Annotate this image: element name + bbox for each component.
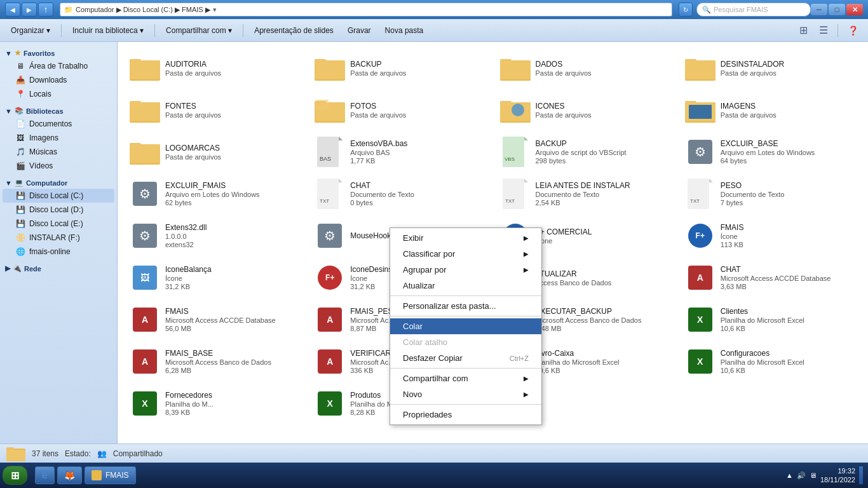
sidebar-item-fmais-online[interactable]: 🌐 fmais-online <box>3 245 114 259</box>
diskd-icon: 💾 <box>15 205 25 215</box>
state-value: Compartilhado <box>113 449 163 458</box>
new-folder-button[interactable]: Nova pasta <box>379 24 430 37</box>
file-item[interactable]: BAS ExtensoVBA.bas Arquivo BAS 1,77 KB <box>309 132 491 172</box>
file-icon <box>685 95 715 125</box>
file-item[interactable]: LOGOMARCAS Pasta de arquivos <box>124 132 306 172</box>
file-icon <box>130 53 160 83</box>
help-button[interactable]: ❓ <box>843 23 863 38</box>
minimize-button[interactable]: ─ <box>811 4 827 15</box>
share-button[interactable]: Compartilhar com ▾ <box>160 24 238 37</box>
refresh-button[interactable]: ↻ <box>679 3 693 17</box>
volume-icon[interactable]: 🔊 <box>797 471 806 480</box>
file-icon: X <box>315 388 345 419</box>
library-button[interactable]: Incluir na biblioteca ▾ <box>67 24 149 37</box>
file-item[interactable]: ⚙ EXCLUIR_BASE Arquivo em Lotes do Windo… <box>679 132 862 172</box>
item-count: 37 itens <box>32 449 58 458</box>
ctx-atualizar[interactable]: Atualizar <box>390 278 541 294</box>
sidebar-item-downloads[interactable]: 📥 Downloads <box>3 73 114 87</box>
svg-rect-9 <box>500 60 531 79</box>
file-item[interactable]: FONTES Pasta de arquivos <box>124 90 306 130</box>
sidebar-item-videos[interactable]: 🎬 Vídeos <box>3 159 114 173</box>
slideshow-button[interactable]: Apresentação de slides <box>248 24 339 37</box>
sidebar-item-diskd[interactable]: 💾 Disco Local (D:) <box>3 203 114 217</box>
file-item[interactable]: 🖼 IconeBalança Ícone 31,2 KB <box>124 258 306 297</box>
file-item[interactable]: X Fornecedores Planilha do M... 8,39 KB <box>124 384 306 423</box>
file-item[interactable]: BACKUP Pasta de arquivos <box>309 48 491 88</box>
file-item[interactable]: TXT PESO Documento de Texto 7 bytes <box>679 174 862 214</box>
up-button[interactable]: ↑ <box>38 3 53 17</box>
file-item[interactable]: A FMAIS_BASE Microsoft Access Banco de D… <box>124 342 306 381</box>
show-desktop-button[interactable] <box>859 466 863 484</box>
svg-marker-36 <box>524 137 528 140</box>
sidebar-item-diske[interactable]: 💾 Disco Local (E:) <box>3 217 114 231</box>
svg-rect-3 <box>130 60 160 79</box>
file-icon: TXT <box>685 179 715 209</box>
chevron-icon-3: ▼ <box>5 179 12 187</box>
file-icon: ⚙ <box>130 220 160 251</box>
forward-button[interactable]: ▶ <box>22 3 37 17</box>
back-button[interactable]: ◀ <box>5 3 20 17</box>
systray-arrow[interactable]: ▲ <box>786 471 793 479</box>
ctx-colar[interactable]: Colar <box>390 318 541 334</box>
sidebar-item-locais[interactable]: 📍 Locais <box>3 87 114 101</box>
title-left: ◀ ▶ ↑ 📁 Computador ▶ Disco Local (C:) ▶ … <box>5 3 811 17</box>
maximize-button[interactable]: □ <box>829 4 845 15</box>
file-item[interactable]: A FMAIS Microsoft Access ACCDE Database … <box>124 300 306 339</box>
file-item[interactable]: F+ FMAIS Ícone 113 KB <box>679 216 862 255</box>
svg-rect-12 <box>685 60 715 79</box>
file-info: Fornecedores Planilha do M... 8,39 KB <box>165 391 214 416</box>
file-item[interactable]: IMAGENS Pasta de arquivos <box>679 90 862 130</box>
taskbar-item-ie[interactable]: e <box>35 466 55 484</box>
network-icon[interactable]: 🖥 <box>810 471 817 479</box>
organize-button[interactable]: Organizar ▾ <box>5 24 56 37</box>
sidebar-item-instalar[interactable]: 📀 INSTALAR (F:) <box>3 231 114 245</box>
ctx-desfazer[interactable]: Desfazer Copiar Ctrl+Z <box>390 350 541 366</box>
ctx-compartilhar[interactable]: Compartilhar com ▶ <box>390 370 541 386</box>
ctx-classificar[interactable]: Classificar por ▶ <box>390 246 541 262</box>
sidebar-item-images[interactable]: 🖼 Imagens <box>3 131 114 145</box>
file-icon <box>500 95 531 125</box>
ctx-colar-atalho[interactable]: Colar atalho <box>390 334 541 350</box>
file-item[interactable]: ⚙ EXCLUIR_FMAIS Arquivo em Lotes do Wind… <box>124 174 306 214</box>
file-item[interactable]: X Configuracoes Planilha do Microsoft Ex… <box>679 342 862 381</box>
chevron-icon: ▼ <box>5 50 12 57</box>
file-item[interactable]: TXT LEIA ANTES DE INSTALAR Documento de … <box>494 174 677 214</box>
search-bar[interactable]: 🔍 Pesquisar FMAIS <box>696 3 811 17</box>
close-button[interactable]: ✕ <box>846 4 863 15</box>
computer-title[interactable]: ▼ 💻 Computador <box>0 177 117 189</box>
burn-button[interactable]: Gravar <box>342 24 377 37</box>
view-toggle-button[interactable]: ⊞ <box>795 22 812 39</box>
ctx-exibir[interactable]: Exibir ▶ <box>390 230 541 246</box>
file-item[interactable]: A CHAT Microsoft Access ACCDE Database 3… <box>679 258 862 297</box>
file-item[interactable]: ⚙ Extens32.dll 1.0.0.0 extens32 <box>124 216 306 255</box>
file-item[interactable]: DADOS Pasta de arquivos <box>494 48 677 88</box>
toolbar-separator-1 <box>61 24 62 37</box>
network-title[interactable]: ▶ 🔌 Rede <box>0 262 117 274</box>
ctx-agrupar[interactable]: Agrupar por ▶ <box>390 262 541 278</box>
file-item[interactable]: TXT CHAT Documento de Texto 0 bytes <box>309 174 491 214</box>
libraries-title[interactable]: ▼ 📚 Bibliotecas <box>0 105 117 117</box>
file-item[interactable]: ICONES Pasta de arquivos <box>494 90 677 130</box>
details-toggle-button[interactable]: ☰ <box>815 22 832 39</box>
file-item[interactable]: FOTOS Pasta de arquivos <box>309 90 491 130</box>
file-item[interactable]: VBS BACKUP Arquivo de script do VBScript… <box>494 132 677 172</box>
file-icon: TXT <box>500 179 531 209</box>
file-item[interactable]: DESINSTALADOR Pasta de arquivos <box>679 48 862 88</box>
file-info: PESO Documento de Texto 7 bytes <box>721 181 785 207</box>
favorites-title[interactable]: ▼ ★ Favoritos <box>0 47 117 59</box>
ctx-propriedades[interactable]: Propriedades <box>390 407 541 423</box>
file-item[interactable]: AUDITORIA Pasta de arquivos <box>124 48 306 88</box>
sidebar-item-documents[interactable]: 📄 Documentos <box>3 117 114 131</box>
file-item[interactable]: X Clientes Planilha do Microsoft Excel 1… <box>679 300 862 339</box>
sidebar-item-music[interactable]: 🎵 Músicas <box>3 145 114 159</box>
start-button[interactable]: ⊞ <box>3 466 27 485</box>
address-bar[interactable]: 📁 Computador ▶ Disco Local (C:) ▶ FMAIS … <box>60 3 672 17</box>
sidebar-item-desktop[interactable]: 🖥 Área de Trabalho <box>3 59 114 73</box>
ctx-novo[interactable]: Novo ▶ <box>390 386 541 402</box>
chevron-icon-2: ▼ <box>5 107 12 115</box>
taskbar-item-fmais[interactable]: FMAIS <box>85 466 136 484</box>
ctx-personalizar[interactable]: Personalizar esta pasta... <box>390 298 541 314</box>
taskbar-item-firefox[interactable]: 🦊 <box>57 466 82 484</box>
sidebar-item-diskc[interactable]: 💾 Disco Local (C:) <box>3 189 114 203</box>
clock[interactable]: 19:32 18/11/2022 <box>820 466 855 485</box>
